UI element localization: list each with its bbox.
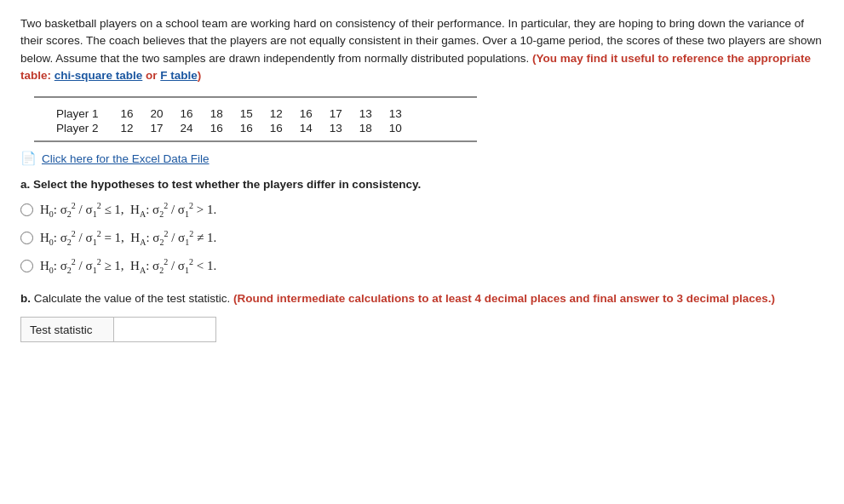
player1-score-1: 16 bbox=[112, 106, 142, 121]
scores-table: Player 1 16 20 16 18 15 12 16 17 13 13 P… bbox=[48, 106, 411, 135]
player1-score-4: 18 bbox=[202, 106, 232, 121]
player2-score-6: 16 bbox=[261, 121, 291, 135]
excel-link-row: 📄 Click here for the Excel Data File bbox=[20, 151, 824, 166]
player1-label: Player 1 bbox=[48, 106, 112, 121]
player1-score-10: 13 bbox=[381, 106, 411, 121]
player2-label: Player 2 bbox=[48, 121, 112, 135]
part-a-question: a. Select the hypotheses to test whether… bbox=[20, 178, 824, 191]
test-statistic-row: Test statistic bbox=[20, 317, 824, 342]
hypothesis-option-2: H0: σ22 / σ12 = 1, HA: σ22 / σ12 ≠ 1. bbox=[20, 229, 824, 247]
player2-score-1: 12 bbox=[112, 121, 142, 135]
player1-score-2: 20 bbox=[142, 106, 172, 121]
player2-score-5: 16 bbox=[232, 121, 261, 135]
part-b-section: b. Calculate the value of the test stati… bbox=[20, 292, 824, 342]
part-b-question: b. Calculate the value of the test stati… bbox=[20, 292, 824, 305]
part-b-label: b. bbox=[20, 292, 31, 305]
player1-score-8: 17 bbox=[321, 106, 351, 121]
chi-square-table-link[interactable]: chi-square table bbox=[55, 69, 143, 82]
hypothesis-option-3: H0: σ22 / σ12 ≥ 1, HA: σ22 / σ12 < 1. bbox=[20, 257, 824, 275]
player2-score-2: 17 bbox=[142, 121, 172, 135]
part-b-instruction: (Round intermediate calculations to at l… bbox=[233, 292, 775, 305]
hypothesis-label-1[interactable]: H0: σ22 / σ12 ≤ 1, HA: σ22 / σ12 > 1. bbox=[40, 201, 216, 219]
part-b-question-text: Calculate the value of the test statisti… bbox=[34, 292, 233, 305]
hypothesis-option-1: H0: σ22 / σ12 ≤ 1, HA: σ22 / σ12 > 1. bbox=[20, 201, 824, 219]
intro-paragraph: Two basketball players on a school team … bbox=[20, 15, 824, 84]
excel-link[interactable]: Click here for the Excel Data File bbox=[42, 152, 210, 165]
player1-score-3: 16 bbox=[172, 106, 202, 121]
hypothesis-label-3[interactable]: H0: σ22 / σ12 ≥ 1, HA: σ22 / σ12 < 1. bbox=[40, 257, 216, 275]
player1-score-7: 16 bbox=[291, 106, 321, 121]
player2-score-7: 14 bbox=[291, 121, 321, 135]
player2-score-10: 10 bbox=[381, 121, 411, 135]
f-table-link[interactable]: F table bbox=[160, 69, 198, 82]
hypothesis-radio-3[interactable] bbox=[20, 260, 33, 272]
player2-score-9: 18 bbox=[351, 121, 381, 135]
excel-icon: 📄 bbox=[20, 151, 37, 166]
hypotheses-options: H0: σ22 / σ12 ≤ 1, HA: σ22 / σ12 > 1. H0… bbox=[20, 201, 824, 275]
player1-row: Player 1 16 20 16 18 15 12 16 17 13 13 bbox=[48, 106, 411, 121]
player2-score-3: 24 bbox=[172, 121, 202, 135]
hypothesis-radio-2[interactable] bbox=[20, 232, 33, 244]
player2-row: Player 2 12 17 24 16 16 16 14 13 18 10 bbox=[48, 121, 411, 135]
player1-score-6: 12 bbox=[261, 106, 291, 121]
hypothesis-radio-1[interactable] bbox=[20, 203, 33, 216]
player2-score-4: 16 bbox=[202, 121, 232, 135]
data-table-container: Player 1 16 20 16 18 15 12 16 17 13 13 P… bbox=[34, 96, 824, 142]
part-a-label: a. bbox=[20, 178, 30, 191]
test-statistic-input[interactable] bbox=[114, 317, 216, 342]
player2-score-8: 13 bbox=[321, 121, 351, 135]
part-a-question-text: Select the hypotheses to test whether th… bbox=[33, 178, 421, 191]
player1-score-5: 15 bbox=[232, 106, 261, 121]
reference-instruction: (You may find it useful to reference the… bbox=[20, 52, 811, 82]
part-a-section: a. Select the hypotheses to test whether… bbox=[20, 178, 824, 275]
player1-score-9: 13 bbox=[351, 106, 381, 121]
intro-text: Two basketball players on a school team … bbox=[20, 15, 824, 84]
hypothesis-label-2[interactable]: H0: σ22 / σ12 = 1, HA: σ22 / σ12 ≠ 1. bbox=[40, 229, 216, 247]
test-statistic-label: Test statistic bbox=[20, 317, 114, 342]
